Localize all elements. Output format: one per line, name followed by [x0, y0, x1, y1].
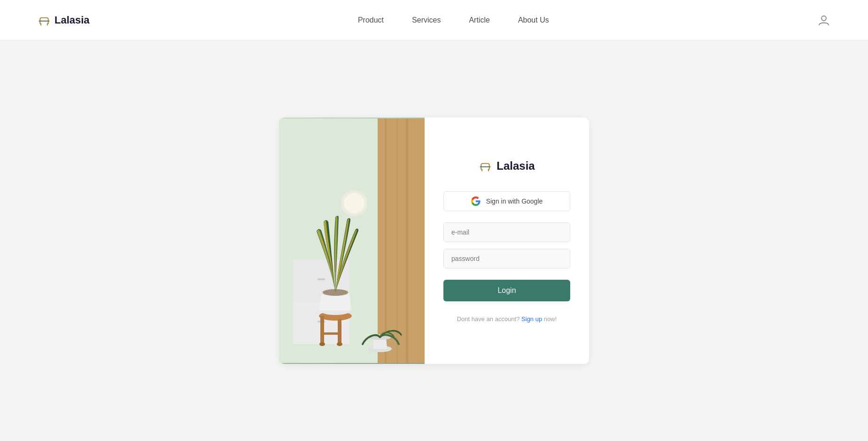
- google-g-icon: [471, 197, 480, 206]
- form-brand-name: Lalasia: [496, 159, 535, 173]
- svg-rect-11: [318, 278, 325, 280]
- no-account-text: Dont have an account?: [457, 315, 520, 323]
- svg-point-7: [344, 193, 364, 213]
- email-input[interactable]: [443, 222, 570, 242]
- svg-rect-15: [338, 316, 341, 344]
- signup-link[interactable]: Sign up: [521, 315, 542, 323]
- brand-name: Lalasia: [54, 14, 90, 26]
- google-btn-label: Sign in with Google: [486, 197, 543, 205]
- login-btn-label: Login: [497, 286, 516, 294]
- password-field-wrapper: [443, 249, 570, 268]
- svg-rect-5: [406, 118, 408, 363]
- brand-logo-link[interactable]: Lalasia: [38, 14, 90, 27]
- google-signin-button[interactable]: Sign in with Google: [443, 191, 570, 211]
- form-panel: Lalasia Sign in with Google: [425, 118, 589, 364]
- form-logo: Lalasia: [479, 159, 535, 173]
- plant-illustration: [279, 118, 425, 364]
- nav-product[interactable]: Product: [358, 16, 384, 24]
- login-button[interactable]: Login: [443, 280, 570, 301]
- email-field-wrapper: [443, 222, 570, 242]
- login-card: Lalasia Sign in with Google: [279, 118, 589, 364]
- svg-point-17: [319, 342, 325, 346]
- nav-services[interactable]: Services: [412, 16, 441, 24]
- svg-rect-4: [396, 118, 398, 363]
- user-account-icon[interactable]: [817, 14, 830, 27]
- chair-logo-icon: [38, 14, 51, 27]
- svg-rect-19: [324, 332, 341, 335]
- nav-about-us[interactable]: About Us: [518, 16, 549, 24]
- svg-rect-3: [385, 118, 387, 363]
- nav-article[interactable]: Article: [469, 16, 489, 24]
- svg-rect-14: [320, 316, 324, 344]
- svg-point-0: [822, 16, 826, 21]
- password-input[interactable]: [443, 249, 570, 268]
- svg-rect-16: [329, 316, 341, 319]
- signup-prompt: Dont have an account? Sign up now!: [457, 315, 557, 323]
- svg-point-18: [337, 342, 342, 346]
- signup-after-text: now!: [544, 315, 557, 323]
- decorative-image-panel: [279, 118, 425, 364]
- main-content: Lalasia Sign in with Google: [0, 40, 868, 441]
- main-nav: Product Services Article About Us: [358, 16, 549, 24]
- form-chair-logo-icon: [479, 159, 492, 173]
- header: Lalasia Product Services Article About U…: [0, 0, 868, 40]
